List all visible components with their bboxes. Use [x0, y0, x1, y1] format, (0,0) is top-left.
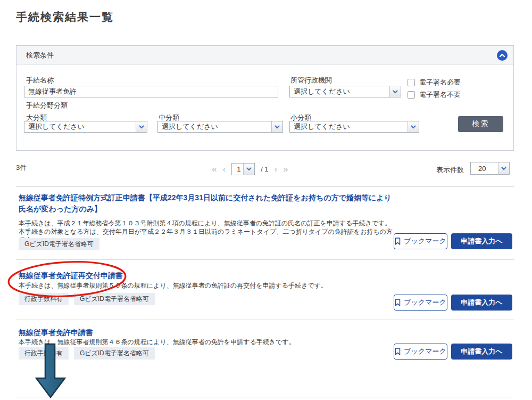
chevron-down-icon: [498, 162, 509, 174]
sign-required-checkbox[interactable]: [408, 79, 415, 86]
apply-button[interactable]: 申請書入力へ: [451, 295, 512, 311]
sign-required-row: 電子署名必要: [408, 78, 461, 87]
search-conditions-header: 検索条件: [16, 46, 513, 65]
procedure-name-label: 手続名称: [26, 76, 54, 85]
collapse-panel-button[interactable]: [497, 50, 508, 61]
large-category-select[interactable]: 選択してください: [24, 121, 147, 133]
chevron-down-icon: [243, 164, 254, 175]
result-title-link[interactable]: 無線従事者免許申請書: [19, 327, 397, 338]
result-tags: 行政手数料有 GビズID電子署名省略可: [19, 347, 155, 360]
small-category-select[interactable]: 選択してください: [289, 121, 419, 133]
page: 手続検索結果一覧 検索条件 手続名称 所管行政機関 選択してください 電子署名必…: [0, 0, 532, 400]
bookmark-button-label: ブックマーク: [404, 347, 446, 356]
agency-select-value: 選択してください: [290, 86, 389, 97]
result-description-line: 本手続きは、無線従事者規則第４６条の規程により、無線従事者の免許を申請する手続き…: [19, 338, 397, 347]
search-conditions-title: 検索条件: [16, 51, 54, 60]
result-tags: GビズID電子署名省略可: [19, 238, 99, 250]
page-select[interactable]: 1: [231, 163, 255, 175]
bookmark-icon: [395, 299, 401, 306]
apply-button[interactable]: 申請書入力へ: [451, 344, 512, 360]
result-title-link[interactable]: 無線従事者免許証再交付申請書: [19, 270, 397, 281]
category-section-label: 手続分野分類: [26, 101, 68, 110]
sign-not-required-label: 電子署名不要: [419, 90, 461, 100]
sign-not-required-checkbox[interactable]: [408, 91, 415, 99]
chevron-down-icon: [408, 121, 419, 132]
search-button[interactable]: 検索: [458, 116, 503, 132]
tag-badge: GビズID電子署名省略可: [74, 293, 155, 305]
result-description-line: 本手続きは、平成２１年総務省令第１０３号附則第４項の規程により、無線従事者の免許…: [19, 219, 397, 228]
per-page-select-value: 20: [471, 162, 498, 174]
result-count: 3件: [16, 163, 27, 173]
medium-category-select-value: 選択してください: [158, 121, 271, 132]
bookmark-button[interactable]: ブックマーク: [394, 344, 447, 360]
pagination: « ‹ 1 / 1 › »: [212, 162, 288, 176]
sign-not-required-row: 電子署名不要: [408, 90, 461, 100]
procedure-name-input[interactable]: [24, 86, 278, 97]
page-total-label: / 1: [261, 165, 268, 173]
apply-button[interactable]: 申請書入力へ: [451, 233, 512, 249]
chevron-down-icon: [389, 86, 401, 97]
medium-category-select[interactable]: 選択してください: [157, 121, 283, 133]
result-description-line: 本手続きは、無線従事者規則第５０条の規程により、無線従事者の免許証の再交付を申請…: [19, 282, 397, 290]
result-item: 無線従事者免許申請書 本手続きは、無線従事者規則第４６条の規程により、無線従事者…: [16, 320, 514, 397]
large-category-select-value: 選択してください: [24, 121, 136, 132]
first-page-button[interactable]: «: [212, 165, 217, 174]
result-item: 無線従事者免許証再交付申請書 本手続きは、無線従事者規則第５０条の規程により、無…: [16, 259, 514, 320]
separator-line: [16, 397, 514, 397]
per-page-label: 表示件数: [436, 165, 464, 175]
tag-badge: 行政手数料有: [19, 347, 69, 360]
per-page-select[interactable]: 20: [470, 162, 510, 175]
search-conditions-panel: 検索条件 手続名称 所管行政機関 選択してください 電子署名必要 電子署名不要 …: [16, 45, 514, 151]
chevron-down-icon: [271, 121, 282, 132]
chevron-up-icon: [499, 53, 505, 58]
tag-badge: GビズID電子署名省略可: [19, 238, 99, 250]
agency-select[interactable]: 選択してください: [289, 86, 401, 97]
result-tags: 行政手数料有 GビズID電子署名省略可: [19, 293, 155, 305]
result-description: 本手続きは、無線従事者規則第４６条の規程により、無線従事者の免許を申請する手続き…: [19, 338, 397, 347]
bookmark-button[interactable]: ブックマーク: [394, 233, 447, 249]
tag-badge: GビズID電子署名省略可: [74, 347, 155, 360]
last-page-button[interactable]: »: [283, 165, 288, 174]
chevron-down-icon: [136, 121, 147, 132]
agency-label: 所管行政機関: [290, 76, 332, 85]
sign-required-label: 電子署名必要: [419, 78, 461, 87]
small-category-select-value: 選択してください: [290, 121, 408, 132]
page-title: 手続検索結果一覧: [16, 10, 114, 25]
bookmark-icon: [395, 348, 401, 355]
result-item: 無線従事者免許証特例方式訂正申請書【平成22年3月31日以前に交付された免許証を…: [16, 186, 514, 259]
result-title-link[interactable]: 無線従事者免許証特例方式訂正申請書【平成22年3月31日以前に交付された免許証を…: [19, 192, 397, 215]
prev-page-button[interactable]: ‹: [222, 165, 226, 174]
bookmark-button-label: ブックマーク: [404, 298, 446, 307]
tag-badge: 行政手数料有: [19, 293, 69, 305]
page-select-value: 1: [232, 164, 243, 175]
bookmark-button[interactable]: ブックマーク: [394, 295, 447, 311]
bookmark-icon: [395, 238, 401, 245]
next-page-button[interactable]: ›: [275, 165, 278, 174]
result-description: 本手続きは、無線従事者規則第５０条の規程により、無線従事者の免許証の再交付を申請…: [19, 282, 397, 290]
bookmark-button-label: ブックマーク: [404, 236, 446, 246]
